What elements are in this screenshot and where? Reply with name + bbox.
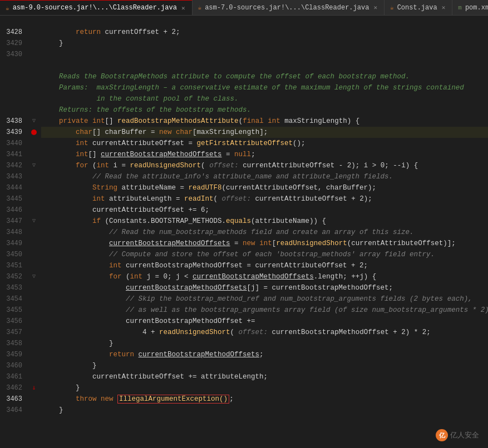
tab-close-btn2[interactable]: ✕ [372, 3, 378, 12]
tab-close-btn[interactable]: ✕ [180, 4, 186, 12]
code-line-3445: int attributeLength = readInt( offset: c… [41, 193, 488, 205]
code-line-3455: // as well as the bootstrap_arguments ar… [41, 305, 488, 316]
ln-3460: 3460 [0, 360, 24, 371]
ln-3455: 3455 [0, 305, 24, 316]
gutter-3452: ▽ [29, 271, 39, 282]
tab-label: asm-9.0-sources.jar!\...\ClassReader.jav… [13, 4, 177, 12]
gutter-3464 [29, 405, 39, 416]
code-line-3444: String attributeName = readUTF8(currentA… [41, 182, 488, 193]
ln-3456: 3456 [0, 316, 24, 327]
ln-3444: 3444 [0, 182, 24, 193]
gutter-3457 [29, 327, 39, 338]
tab-bar: ☕ asm-9.0-sources.jar!\...\ClassReader.j… [0, 0, 488, 16]
java-icon3: ☕ [390, 4, 394, 11]
ln-doc2 [0, 82, 24, 93]
gutter-3459 [29, 349, 39, 360]
code-area[interactable]: return currentOffset + 2; } Reads the Bo… [39, 16, 488, 448]
code-line-3454: // Skip the bootstrap_method_ref and num… [41, 293, 488, 305]
ln-3440: 3440 [0, 138, 24, 149]
code-line-3453: currentBootstrapMethodOffsets[j] = curre… [41, 282, 488, 293]
gutter-3463 [29, 394, 39, 405]
ln-3430: 3430 [0, 49, 24, 60]
tab-asm9-classreader[interactable]: ☕ asm-9.0-sources.jar!\...\ClassReader.j… [0, 0, 193, 15]
code-line-3461: currentAttributeOffset += attributeLengt… [41, 371, 488, 382]
code-line-3459: return currentBootstrapMethodOffsets; [41, 349, 488, 360]
ln-3458: 3458 [0, 338, 24, 349]
ln-3463: 3463 [0, 394, 24, 405]
gutter-3446 [29, 205, 39, 216]
ln-3457: 3457 [0, 327, 24, 338]
code-line-3438: private int[] readBootstrapMethodsAttrib… [41, 116, 488, 127]
gutter-blank2 [29, 60, 39, 71]
gutter-3445 [29, 193, 39, 205]
gutter-3460 [29, 360, 39, 371]
gutter-3455 [29, 305, 39, 316]
ln-3450: 3450 [0, 249, 24, 260]
ln-3446: 3446 [0, 205, 24, 216]
tab-label2: asm-7.0-sources.jar!\...\ClassReader.jav… [205, 4, 369, 12]
code-line-doc3: in the constant pool of the class. [41, 93, 488, 104]
gutter-doc2 [29, 82, 39, 93]
gutter-3438: ▽ [29, 116, 39, 127]
tab-pom-xml[interactable]: m pom.xml (learn-java-asm) ✕ [452, 0, 488, 15]
editor: 3428 3429 3430 3438 3439 3440 3441 3442 … [0, 16, 488, 448]
gutter-3428 [29, 27, 39, 38]
gutter-doc3 [29, 93, 39, 104]
code-line-3451: int currentBootstrapMethodOffset = curre… [41, 260, 488, 271]
tab-close-btn3[interactable]: ✕ [441, 3, 447, 12]
gutter-3450 [29, 249, 39, 260]
code-line-3441: int[] currentBootstrapMethodOffsets = nu… [41, 149, 488, 160]
code-line-3462: } [41, 382, 488, 394]
ln-3453: 3453 [0, 282, 24, 293]
code-line-3443: // Read the attribute_info's attribute_n… [41, 171, 488, 182]
gutter-3440 [29, 138, 39, 149]
gutter-3444 [29, 182, 39, 193]
fold-icon[interactable]: ▽ [32, 116, 36, 127]
fold-icon-3452[interactable]: ▽ [32, 271, 36, 282]
gutter-3447: ▽ [29, 216, 39, 227]
ln-3461: 3461 [0, 371, 24, 382]
code-line-3447: if (Constants.BOOTSTRAP_METHODS.equals(a… [41, 216, 488, 227]
code-line-3458: } [41, 338, 488, 349]
code-line-3428: return currentOffset + 2; [41, 27, 488, 38]
tab-const-java[interactable]: ☕ Const.java ✕ [385, 0, 452, 15]
code-line-3450: // Compute and store the offset of each … [41, 249, 488, 260]
code-line-blank-top [41, 16, 488, 27]
gutter-3461 [29, 371, 39, 382]
gutter-3454 [29, 293, 39, 305]
java-icon: ☕ [6, 4, 9, 12]
gutter-3441 [29, 149, 39, 160]
ln-3443: 3443 [0, 171, 24, 182]
fold-icon-3442[interactable]: ▽ [32, 160, 36, 171]
code-line-3452: for (int j = 0; j < currentBootstrapMeth… [41, 271, 488, 282]
fold-icon-3447[interactable]: ▽ [32, 216, 36, 227]
ln-3454: 3454 [0, 293, 24, 305]
gutter-3453 [29, 282, 39, 293]
gutter-3430 [29, 49, 39, 60]
code-line-3464: } [41, 405, 488, 416]
ln-3428: 3428 [0, 27, 24, 38]
gutter-3458 [29, 338, 39, 349]
code-line-3446: currentAttributeOffset += 6; [41, 205, 488, 216]
code-line-3456: currentBootstrapMethodOffset += [41, 316, 488, 327]
tab-asm7-classreader[interactable]: ☕ asm-7.0-sources.jar!\...\ClassReader.j… [193, 0, 385, 15]
ln-blank1 [0, 16, 24, 27]
code-line-3440: int currentAttributeOffset = getFirstAtt… [41, 138, 488, 149]
ln-3438: 3438 [0, 116, 24, 127]
code-line-doc1: Reads the BootstrapMethods attribute to … [41, 71, 488, 82]
ln-3447: 3447 [0, 216, 24, 227]
code-line-3460: } [41, 360, 488, 371]
code-line-3448: // Read the num_bootstrap_methods field … [41, 227, 488, 238]
tab-label3: Const.java [397, 4, 437, 12]
gutter-3443 [29, 171, 39, 182]
code-line-3457: 4 + readUnsignedShort( offset: currentBo… [41, 327, 488, 338]
gutter-3439 [29, 127, 39, 138]
ln-doc1 [0, 71, 24, 82]
ln-3449: 3449 [0, 238, 24, 249]
gutter-3462: ⇓ [29, 382, 39, 394]
ln-blank2 [0, 60, 24, 71]
code-line-3449: currentBootstrapMethodOffsets = new int[… [41, 238, 488, 249]
ln-3464: 3464 [0, 405, 24, 416]
ln-3442: 3442 [0, 160, 24, 171]
gutter-doc1 [29, 71, 39, 82]
